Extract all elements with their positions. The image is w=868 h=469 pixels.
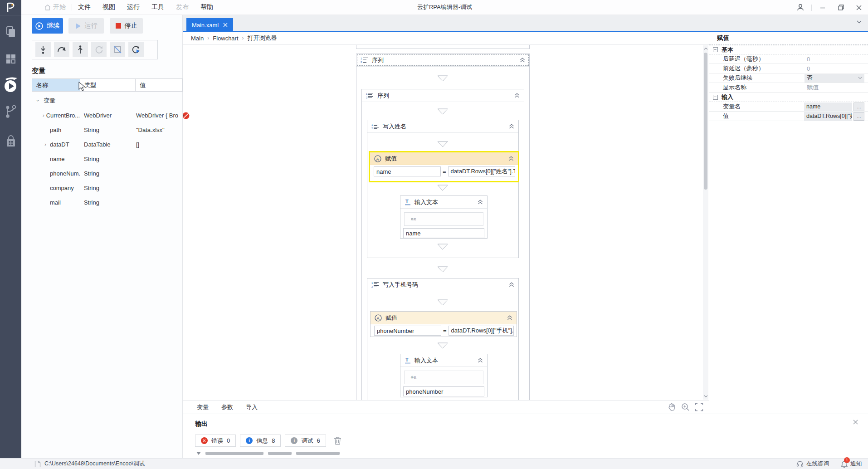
collapse-section-icon[interactable]: −: [713, 47, 718, 52]
column-value[interactable]: 值: [136, 79, 182, 91]
expanded-chevron-icon[interactable]: ›: [35, 98, 41, 103]
input-text-name-node[interactable]: T 输入文本 姓名 name: [400, 195, 488, 239]
collapse-chevron-icon[interactable]: [509, 282, 514, 287]
value-expression-field[interactable]: dataDT.Rows[0]["姓: [804, 112, 852, 121]
pan-hand-icon[interactable]: [668, 403, 676, 411]
step-out-button[interactable]: [73, 42, 88, 57]
table-row[interactable]: company String: [32, 181, 183, 195]
table-row[interactable]: phoneNum... String: [32, 166, 183, 181]
table-row[interactable]: path String "Data.xlsx": [32, 122, 183, 137]
write-name-header[interactable]: 12 写入姓名: [367, 120, 518, 133]
designer-canvas[interactable]: 12 序列 12 序列 12 写入姓名 A 赋值 name =: [183, 45, 709, 400]
filter-debug[interactable]: i 调试6: [285, 435, 326, 447]
sidebar-item-projects[interactable]: [0, 26, 21, 38]
continue-on-error-select[interactable]: 否: [805, 74, 864, 83]
assign-variable-field[interactable]: name: [374, 166, 441, 176]
scroll-up-icon[interactable]: [703, 45, 708, 52]
ignore-breakpoints-button[interactable]: [110, 42, 125, 57]
breadcrumb-open-browser[interactable]: 打开浏览器: [248, 34, 277, 42]
sidebar-item-activities[interactable]: [0, 54, 21, 64]
assign-expression-field[interactable]: dataDT.Rows[0]["姓名"].Tc: [448, 166, 515, 176]
column-name[interactable]: 名称: [32, 79, 80, 91]
assign-expression-field[interactable]: dataDT.Rows[0]["手机"].Tc: [449, 326, 514, 336]
collapse-section-icon[interactable]: −: [713, 95, 718, 100]
menu-publish[interactable]: 发布: [170, 0, 195, 15]
collapse-chevron-icon[interactable]: [507, 315, 512, 320]
menu-tools[interactable]: 工具: [146, 0, 170, 15]
tab-list-chevron-icon[interactable]: [857, 20, 862, 24]
collapse-chevron-icon[interactable]: [478, 200, 483, 205]
menu-view[interactable]: 视图: [97, 0, 121, 15]
collapsed-chevron-icon[interactable]: ›: [43, 112, 44, 118]
sequence-outer-header[interactable]: 12 序列: [356, 54, 529, 67]
output-close-icon[interactable]: [853, 420, 858, 425]
input-value-field[interactable]: phoneNumber: [403, 386, 484, 396]
assign-header[interactable]: A 赋值: [371, 312, 517, 324]
table-row[interactable]: mail String: [32, 195, 183, 210]
assign-phone-node[interactable]: A 赋值 phoneNumber = dataDT.Rows[0]["手机"].…: [370, 311, 517, 337]
run-to-cursor-button[interactable]: [128, 42, 144, 57]
input-value-field[interactable]: name: [403, 228, 484, 238]
footer-tab-arguments[interactable]: 参数: [221, 403, 233, 411]
continue-button[interactable]: 继续: [32, 18, 63, 34]
delay-before-value[interactable]: 0: [805, 65, 810, 72]
notifications[interactable]: 1 通知: [841, 460, 862, 468]
column-type[interactable]: 类型: [80, 79, 136, 91]
selector-preview[interactable]: 手机: [404, 371, 483, 384]
restore-button[interactable]: [832, 0, 850, 15]
tab-main-xaml[interactable]: Main.xaml: [186, 18, 233, 32]
footer-tab-variables[interactable]: 变量: [197, 403, 209, 411]
table-row[interactable]: ›dataDT DataTable []: [32, 137, 183, 151]
menu-run[interactable]: 运行: [121, 0, 146, 15]
collapse-chevron-icon[interactable]: [520, 58, 525, 63]
menu-file[interactable]: 文件: [72, 0, 97, 15]
fit-to-screen-icon[interactable]: [695, 403, 703, 411]
filter-errors[interactable]: ✕ 错误0: [195, 435, 236, 447]
menu-start[interactable]: 开始: [39, 0, 72, 15]
input-text-phone-node[interactable]: T 输入文本 手机 phoneNumber: [400, 354, 488, 397]
filter-info[interactable]: i 信息8: [240, 435, 281, 447]
variable-name-browse-button[interactable]: ...: [853, 103, 864, 111]
table-row[interactable]: ›CurrentBro... WebDriver WebDriver { Bro: [32, 108, 183, 122]
clear-output-trash-icon[interactable]: [334, 436, 341, 445]
section-basic[interactable]: − 基本: [709, 45, 868, 54]
assign-variable-field[interactable]: phoneNumber: [374, 326, 441, 336]
footer-tab-imports[interactable]: 导入: [246, 403, 258, 411]
close-button[interactable]: [850, 0, 868, 15]
sidebar-item-source-control[interactable]: [0, 105, 21, 119]
variables-root-row[interactable]: ›变量: [32, 93, 183, 108]
zoom-icon[interactable]: [681, 403, 690, 411]
scroll-down-icon[interactable]: [703, 393, 708, 400]
collapsed-chevron-icon[interactable]: ›: [43, 142, 48, 147]
online-support[interactable]: 在线咨询: [796, 460, 829, 468]
input-text-header[interactable]: T 输入文本: [400, 196, 487, 209]
stop-button[interactable]: 停止: [110, 18, 143, 34]
scrollbar-thumb[interactable]: [704, 53, 707, 190]
input-text-header[interactable]: T 输入文本: [400, 354, 487, 367]
canvas-scrollbar[interactable]: [703, 45, 708, 400]
sequence-inner-header[interactable]: 12 序列: [362, 89, 524, 102]
step-into-button[interactable]: [35, 42, 51, 57]
collapse-chevron-icon[interactable]: [509, 124, 514, 129]
write-phone-header[interactable]: 12 写入手机号码: [367, 278, 518, 291]
delay-after-value[interactable]: 0: [805, 56, 810, 63]
breadcrumb-flowchart[interactable]: Flowchart: [213, 35, 238, 42]
account-button[interactable]: [791, 0, 809, 15]
display-name-value[interactable]: 赋值: [805, 83, 819, 92]
value-browse-button[interactable]: ...: [853, 112, 864, 121]
sidebar-item-debug-active[interactable]: [0, 75, 21, 93]
step-over-button[interactable]: [54, 42, 69, 57]
breakpoint-marker-icon[interactable]: [183, 111, 190, 120]
tab-close-icon[interactable]: [223, 23, 228, 27]
sidebar-item-market[interactable]: [0, 135, 21, 148]
minimize-button[interactable]: [814, 0, 832, 15]
selector-preview[interactable]: 姓名: [404, 212, 483, 226]
assign-header[interactable]: A 赋值: [370, 152, 518, 165]
section-input[interactable]: − 输入: [709, 93, 868, 102]
collapse-chevron-icon[interactable]: [514, 93, 520, 98]
variable-name-field[interactable]: name: [804, 103, 852, 111]
menu-help[interactable]: 帮助: [195, 0, 219, 15]
assign-name-node-highlighted[interactable]: A 赋值 name = dataDT.Rows[0]["姓名"].Tc: [369, 151, 519, 182]
collapse-chevron-icon[interactable]: [478, 358, 483, 363]
collapse-chevron-icon[interactable]: [508, 156, 514, 161]
